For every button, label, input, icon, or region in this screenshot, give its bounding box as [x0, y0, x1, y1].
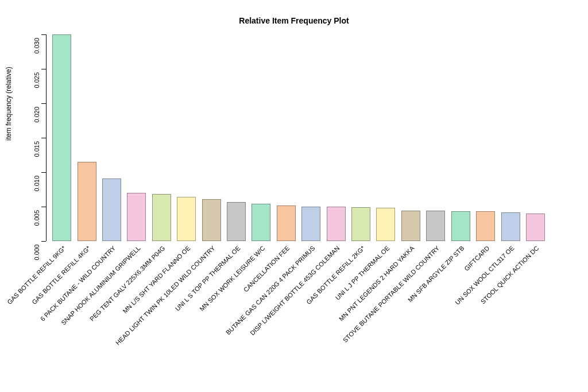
y-tick-label: 0.025: [33, 72, 40, 95]
y-tick-label: 0.020: [33, 107, 40, 130]
bar-slot: [498, 34, 523, 241]
bar-slot: [249, 34, 273, 241]
y-tick: [41, 172, 46, 173]
bar-slot: [373, 34, 398, 241]
y-tick: [41, 103, 46, 104]
bar: [227, 202, 246, 241]
bar: [102, 178, 121, 241]
bar-slot: [174, 34, 199, 241]
bar: [52, 34, 71, 241]
bar: [401, 211, 420, 241]
bar-slot: [274, 34, 299, 241]
bar: [501, 212, 520, 241]
bar: [376, 208, 395, 241]
y-tick-label: 0.030: [33, 38, 40, 61]
chart-container: Relative Item Frequency Plot item freque…: [0, 0, 588, 392]
bar-slot: [399, 34, 423, 241]
bar: [202, 199, 221, 241]
y-tick: [41, 138, 46, 138]
chart-title: Relative Item Frequency Plot: [0, 16, 588, 25]
bar-slot: [349, 34, 373, 241]
y-tick: [41, 241, 46, 242]
y-tick-label: 0.000: [33, 244, 40, 267]
bar: [426, 211, 445, 241]
x-axis-labels: GAS BOTTLE REFILL 9KG*GAS BOTTLE REFILL …: [46, 244, 551, 388]
y-axis-label: item frequency (relative): [5, 67, 13, 141]
bar: [476, 211, 495, 241]
bar: [451, 211, 470, 241]
bar-slot: [423, 34, 448, 241]
bar: [78, 162, 96, 241]
bar-slot: [199, 34, 223, 241]
bar-slot: [473, 34, 498, 241]
y-tick: [41, 34, 46, 35]
y-tick: [41, 69, 46, 69]
bar-slot: [224, 34, 249, 241]
bar-slot: [149, 34, 174, 241]
bar: [351, 207, 370, 241]
bar-slot: [299, 34, 323, 241]
x-label-slot: STOOL QUICK ACTION DC: [523, 244, 548, 388]
bar-slot: [523, 34, 548, 241]
bar-slot: [74, 34, 99, 241]
y-tick-label: 0.010: [33, 176, 40, 199]
bar: [277, 205, 296, 241]
bar-slot: [99, 34, 124, 241]
bar-slot: [124, 34, 149, 241]
bar: [127, 193, 146, 241]
bar: [152, 194, 171, 241]
bar: [526, 214, 545, 241]
bar: [301, 207, 320, 241]
bar-slot: [49, 34, 74, 241]
bar-slot: [323, 34, 348, 241]
bars-area: [46, 34, 551, 241]
y-tick-label: 0.005: [33, 210, 40, 233]
bar: [252, 204, 270, 241]
y-tick: [41, 207, 46, 207]
bar-slot: [448, 34, 473, 241]
y-tick-label: 0.015: [33, 141, 40, 164]
bar: [177, 197, 196, 241]
bar: [327, 207, 346, 241]
